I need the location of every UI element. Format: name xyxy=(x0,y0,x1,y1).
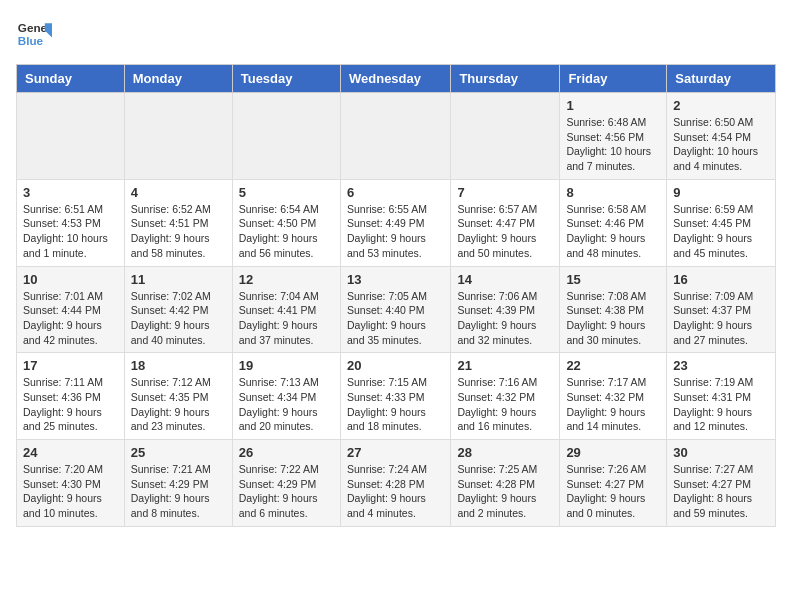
day-info: Sunrise: 7:02 AM Sunset: 4:42 PM Dayligh… xyxy=(131,289,226,348)
page-header: General Blue xyxy=(16,16,776,52)
day-info: Sunrise: 6:58 AM Sunset: 4:46 PM Dayligh… xyxy=(566,202,660,261)
day-number: 11 xyxy=(131,272,226,287)
day-number: 22 xyxy=(566,358,660,373)
calendar-cell: 16Sunrise: 7:09 AM Sunset: 4:37 PM Dayli… xyxy=(667,266,776,353)
day-info: Sunrise: 7:19 AM Sunset: 4:31 PM Dayligh… xyxy=(673,375,769,434)
day-info: Sunrise: 6:52 AM Sunset: 4:51 PM Dayligh… xyxy=(131,202,226,261)
calendar-cell xyxy=(451,93,560,180)
calendar-week-row: 1Sunrise: 6:48 AM Sunset: 4:56 PM Daylig… xyxy=(17,93,776,180)
logo: General Blue xyxy=(16,16,52,52)
day-info: Sunrise: 7:11 AM Sunset: 4:36 PM Dayligh… xyxy=(23,375,118,434)
day-info: Sunrise: 7:12 AM Sunset: 4:35 PM Dayligh… xyxy=(131,375,226,434)
day-info: Sunrise: 6:54 AM Sunset: 4:50 PM Dayligh… xyxy=(239,202,334,261)
calendar-cell: 22Sunrise: 7:17 AM Sunset: 4:32 PM Dayli… xyxy=(560,353,667,440)
day-number: 29 xyxy=(566,445,660,460)
day-info: Sunrise: 7:04 AM Sunset: 4:41 PM Dayligh… xyxy=(239,289,334,348)
weekday-header-saturday: Saturday xyxy=(667,65,776,93)
calendar-cell: 30Sunrise: 7:27 AM Sunset: 4:27 PM Dayli… xyxy=(667,440,776,527)
weekday-header-thursday: Thursday xyxy=(451,65,560,93)
day-number: 17 xyxy=(23,358,118,373)
calendar-cell: 10Sunrise: 7:01 AM Sunset: 4:44 PM Dayli… xyxy=(17,266,125,353)
calendar-week-row: 10Sunrise: 7:01 AM Sunset: 4:44 PM Dayli… xyxy=(17,266,776,353)
day-info: Sunrise: 6:50 AM Sunset: 4:54 PM Dayligh… xyxy=(673,115,769,174)
calendar-cell: 21Sunrise: 7:16 AM Sunset: 4:32 PM Dayli… xyxy=(451,353,560,440)
calendar-cell xyxy=(124,93,232,180)
calendar-cell: 1Sunrise: 6:48 AM Sunset: 4:56 PM Daylig… xyxy=(560,93,667,180)
calendar-cell: 8Sunrise: 6:58 AM Sunset: 4:46 PM Daylig… xyxy=(560,179,667,266)
day-number: 16 xyxy=(673,272,769,287)
day-info: Sunrise: 7:26 AM Sunset: 4:27 PM Dayligh… xyxy=(566,462,660,521)
calendar-cell: 4Sunrise: 6:52 AM Sunset: 4:51 PM Daylig… xyxy=(124,179,232,266)
day-number: 10 xyxy=(23,272,118,287)
calendar-cell: 26Sunrise: 7:22 AM Sunset: 4:29 PM Dayli… xyxy=(232,440,340,527)
day-number: 9 xyxy=(673,185,769,200)
day-number: 23 xyxy=(673,358,769,373)
day-info: Sunrise: 7:25 AM Sunset: 4:28 PM Dayligh… xyxy=(457,462,553,521)
day-info: Sunrise: 7:22 AM Sunset: 4:29 PM Dayligh… xyxy=(239,462,334,521)
calendar-cell: 28Sunrise: 7:25 AM Sunset: 4:28 PM Dayli… xyxy=(451,440,560,527)
calendar-cell: 13Sunrise: 7:05 AM Sunset: 4:40 PM Dayli… xyxy=(340,266,450,353)
day-info: Sunrise: 7:21 AM Sunset: 4:29 PM Dayligh… xyxy=(131,462,226,521)
weekday-header-monday: Monday xyxy=(124,65,232,93)
weekday-header-wednesday: Wednesday xyxy=(340,65,450,93)
calendar-cell: 27Sunrise: 7:24 AM Sunset: 4:28 PM Dayli… xyxy=(340,440,450,527)
calendar-week-row: 3Sunrise: 6:51 AM Sunset: 4:53 PM Daylig… xyxy=(17,179,776,266)
calendar-week-row: 24Sunrise: 7:20 AM Sunset: 4:30 PM Dayli… xyxy=(17,440,776,527)
calendar-cell: 9Sunrise: 6:59 AM Sunset: 4:45 PM Daylig… xyxy=(667,179,776,266)
calendar-cell: 18Sunrise: 7:12 AM Sunset: 4:35 PM Dayli… xyxy=(124,353,232,440)
calendar-cell: 3Sunrise: 6:51 AM Sunset: 4:53 PM Daylig… xyxy=(17,179,125,266)
day-info: Sunrise: 7:06 AM Sunset: 4:39 PM Dayligh… xyxy=(457,289,553,348)
day-info: Sunrise: 7:24 AM Sunset: 4:28 PM Dayligh… xyxy=(347,462,444,521)
calendar-cell: 29Sunrise: 7:26 AM Sunset: 4:27 PM Dayli… xyxy=(560,440,667,527)
day-info: Sunrise: 7:13 AM Sunset: 4:34 PM Dayligh… xyxy=(239,375,334,434)
day-info: Sunrise: 7:27 AM Sunset: 4:27 PM Dayligh… xyxy=(673,462,769,521)
day-info: Sunrise: 7:09 AM Sunset: 4:37 PM Dayligh… xyxy=(673,289,769,348)
day-info: Sunrise: 7:05 AM Sunset: 4:40 PM Dayligh… xyxy=(347,289,444,348)
day-number: 15 xyxy=(566,272,660,287)
calendar-table: SundayMondayTuesdayWednesdayThursdayFrid… xyxy=(16,64,776,527)
weekday-header-friday: Friday xyxy=(560,65,667,93)
svg-marker-2 xyxy=(45,23,52,37)
day-number: 27 xyxy=(347,445,444,460)
day-number: 26 xyxy=(239,445,334,460)
day-number: 28 xyxy=(457,445,553,460)
day-number: 21 xyxy=(457,358,553,373)
calendar-cell: 7Sunrise: 6:57 AM Sunset: 4:47 PM Daylig… xyxy=(451,179,560,266)
calendar-cell xyxy=(340,93,450,180)
weekday-header-tuesday: Tuesday xyxy=(232,65,340,93)
day-info: Sunrise: 6:51 AM Sunset: 4:53 PM Dayligh… xyxy=(23,202,118,261)
day-number: 4 xyxy=(131,185,226,200)
day-number: 13 xyxy=(347,272,444,287)
calendar-cell: 20Sunrise: 7:15 AM Sunset: 4:33 PM Dayli… xyxy=(340,353,450,440)
day-number: 8 xyxy=(566,185,660,200)
day-info: Sunrise: 7:01 AM Sunset: 4:44 PM Dayligh… xyxy=(23,289,118,348)
calendar-cell: 23Sunrise: 7:19 AM Sunset: 4:31 PM Dayli… xyxy=(667,353,776,440)
calendar-cell: 6Sunrise: 6:55 AM Sunset: 4:49 PM Daylig… xyxy=(340,179,450,266)
day-number: 7 xyxy=(457,185,553,200)
day-info: Sunrise: 6:59 AM Sunset: 4:45 PM Dayligh… xyxy=(673,202,769,261)
day-number: 18 xyxy=(131,358,226,373)
day-number: 19 xyxy=(239,358,334,373)
day-number: 30 xyxy=(673,445,769,460)
day-info: Sunrise: 7:16 AM Sunset: 4:32 PM Dayligh… xyxy=(457,375,553,434)
calendar-cell: 25Sunrise: 7:21 AM Sunset: 4:29 PM Dayli… xyxy=(124,440,232,527)
day-number: 2 xyxy=(673,98,769,113)
day-number: 5 xyxy=(239,185,334,200)
logo-icon: General Blue xyxy=(16,16,52,52)
day-info: Sunrise: 6:55 AM Sunset: 4:49 PM Dayligh… xyxy=(347,202,444,261)
day-info: Sunrise: 7:17 AM Sunset: 4:32 PM Dayligh… xyxy=(566,375,660,434)
calendar-cell: 19Sunrise: 7:13 AM Sunset: 4:34 PM Dayli… xyxy=(232,353,340,440)
day-info: Sunrise: 6:48 AM Sunset: 4:56 PM Dayligh… xyxy=(566,115,660,174)
day-info: Sunrise: 7:20 AM Sunset: 4:30 PM Dayligh… xyxy=(23,462,118,521)
calendar-cell xyxy=(17,93,125,180)
day-number: 24 xyxy=(23,445,118,460)
calendar-cell: 24Sunrise: 7:20 AM Sunset: 4:30 PM Dayli… xyxy=(17,440,125,527)
calendar-cell: 17Sunrise: 7:11 AM Sunset: 4:36 PM Dayli… xyxy=(17,353,125,440)
day-info: Sunrise: 6:57 AM Sunset: 4:47 PM Dayligh… xyxy=(457,202,553,261)
day-number: 1 xyxy=(566,98,660,113)
calendar-cell: 2Sunrise: 6:50 AM Sunset: 4:54 PM Daylig… xyxy=(667,93,776,180)
day-info: Sunrise: 7:15 AM Sunset: 4:33 PM Dayligh… xyxy=(347,375,444,434)
day-number: 12 xyxy=(239,272,334,287)
day-number: 20 xyxy=(347,358,444,373)
calendar-cell: 11Sunrise: 7:02 AM Sunset: 4:42 PM Dayli… xyxy=(124,266,232,353)
